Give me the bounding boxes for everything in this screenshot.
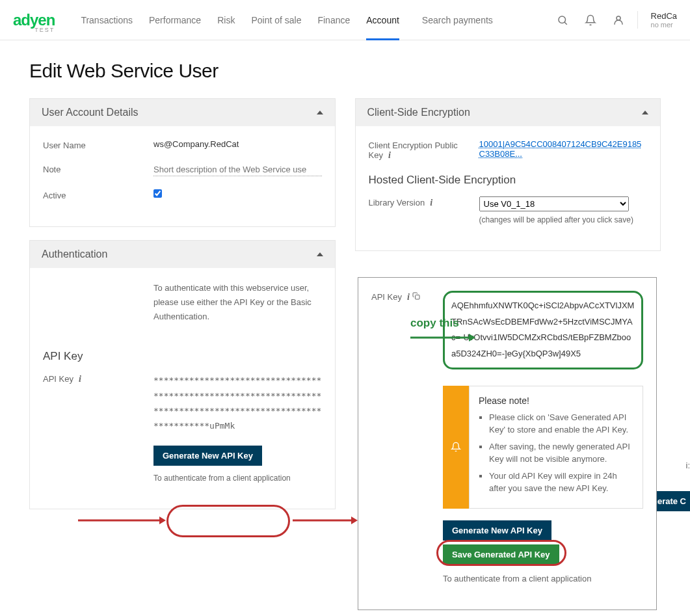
copy-icon[interactable] [412, 292, 420, 302]
collapse-icon [642, 111, 648, 114]
company-name: RedCa [651, 11, 677, 21]
info-icon[interactable]: i [388, 150, 391, 160]
notice-box: Please note! Please click on 'Save Gener… [443, 386, 643, 509]
popup-generate-api-key-button[interactable]: Generate New API Key [443, 520, 551, 541]
generated-api-key[interactable]: AQEhhmfuXNWTK0Qc+iSCl2AbpvACcXTVlJXMTRnS… [443, 291, 643, 369]
username-label: User Name [43, 139, 153, 150]
nav-finance[interactable]: Finance [317, 1, 350, 40]
top-header: adyen TEST Transactions Performance Risk… [0, 0, 690, 40]
panel-client-encryption: Client-Side Encryption Client Encryption… [355, 98, 661, 251]
svg-marker-5 [469, 334, 475, 341]
info-icon[interactable]: i [79, 374, 81, 384]
svg-point-2 [617, 16, 620, 20]
api-key-masked: ****************************************… [153, 373, 322, 434]
svg-line-1 [564, 22, 567, 25]
notice-item: After saving, the newly generated API Ke… [489, 440, 633, 466]
panel-title: Client-Side Encryption [367, 107, 470, 118]
copy-this-annotation: copy this [410, 317, 459, 330]
panel-header-authentication[interactable]: Authentication [30, 241, 335, 268]
panel-header-client-encryption[interactable]: Client-Side Encryption [356, 99, 661, 126]
api-key-popup: API Keyi AQEhhmfuXNWTK0Qc+iSCl2AbpvACcXT… [358, 277, 657, 542]
panel-user-details: User Account Details User Name ws@Compan… [29, 98, 336, 227]
library-version-select[interactable]: Use V0_1_18 [479, 196, 629, 211]
nav-account[interactable]: Account [366, 1, 399, 40]
active-label: Active [43, 189, 153, 200]
libver-label: Library Versioni [369, 196, 479, 208]
hosted-encryption-title: Hosted Client-Side Encryption [369, 174, 648, 187]
collapse-icon [317, 252, 323, 256]
pubkey-link[interactable]: 10001|A9C54CC008407124CB9C42E9185C33B08E… [479, 139, 642, 159]
search-input[interactable] [422, 10, 552, 31]
note-input[interactable] [153, 163, 322, 176]
panel-authentication: Authentication To authenticate with this… [29, 240, 336, 509]
bell-icon[interactable] [585, 14, 596, 26]
partial-text: i: [686, 461, 691, 470]
user-icon[interactable] [613, 14, 624, 26]
api-key-label: API Keyi [43, 373, 153, 384]
bell-icon [443, 386, 469, 509]
generate-api-key-button[interactable]: Generate New API Key [153, 446, 262, 466]
logo-text: adyen [13, 11, 55, 29]
svg-point-0 [559, 16, 566, 23]
search-box [422, 10, 557, 31]
active-checkbox[interactable] [153, 189, 162, 198]
note-label: Note [43, 163, 153, 174]
nav-performance[interactable]: Performance [149, 1, 201, 40]
notice-item: Please click on 'Save Generated API Key'… [489, 411, 633, 436]
header-company[interactable]: RedCa no mer [637, 11, 677, 29]
panel-title: User Account Details [42, 107, 139, 118]
panel-header-user-details[interactable]: User Account Details [30, 99, 335, 126]
pubkey-label: Client Encryption Public Keyi [369, 139, 479, 161]
nav-point-of-sale[interactable]: Point of sale [251, 1, 301, 40]
page-title: Edit Web Service User [29, 60, 661, 82]
collapse-icon [317, 111, 323, 114]
annotation-oval [436, 540, 566, 542]
auth-description: To authenticate with this webservice use… [153, 281, 322, 324]
main-nav: Transactions Performance Risk Point of s… [81, 1, 399, 40]
search-icon[interactable] [557, 14, 568, 26]
api-key-section-title: API Key [43, 350, 322, 363]
company-sub: no mer [651, 21, 677, 29]
logo-subtext: TEST [34, 27, 55, 33]
notice-title: Please note! [479, 395, 633, 406]
nav-transactions[interactable]: Transactions [81, 1, 133, 40]
svg-rect-3 [415, 295, 419, 300]
libver-note: (changes will be applied after you click… [479, 215, 648, 224]
arrow-icon [410, 331, 475, 344]
username-value: ws@Company.RedCat [153, 139, 322, 149]
info-icon[interactable]: i [407, 292, 410, 302]
notice-item: Your old API Key will expire in 24h afte… [489, 470, 633, 495]
panel-title: Authentication [42, 248, 107, 260]
popup-api-key-label: API Keyi [371, 291, 443, 302]
nav-risk[interactable]: Risk [217, 1, 235, 40]
header-icons [557, 14, 624, 26]
auth-footer: To authenticate from a client applicatio… [153, 474, 322, 483]
info-icon[interactable]: i [430, 198, 432, 208]
logo: adyen TEST [13, 11, 55, 29]
